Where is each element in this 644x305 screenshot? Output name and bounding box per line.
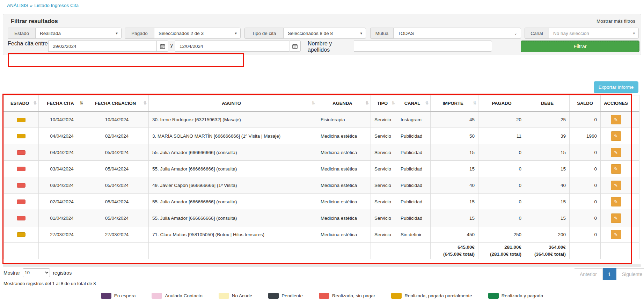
legend-item: Realizada, sin pagar: [319, 293, 375, 299]
column-header-pagado: PAGADO: [478, 95, 525, 111]
agenda-cell: Medicina estética: [317, 144, 371, 161]
agenda-cell: Medicina estética: [317, 128, 371, 144]
estado-filter-dropdown[interactable]: Realizada▾: [35, 28, 122, 39]
tipo-cell: Servicio: [371, 210, 397, 226]
edit-appointment-button[interactable]: ✎: [611, 115, 621, 124]
importe-cell: 15: [431, 144, 478, 161]
edit-appointment-button[interactable]: ✎: [611, 181, 621, 190]
caret-down-icon: ▾: [235, 31, 237, 36]
fecha-desde-calendar-addon[interactable]: [157, 41, 168, 52]
nombre-apellidos-input[interactable]: [354, 41, 492, 52]
fecha-hasta-input[interactable]: [175, 41, 289, 52]
column-header-asunto[interactable]: ASUNTO⇅: [149, 95, 317, 111]
asunto-cell: 71. Clara Matias [958105050] (Botox | Hi…: [149, 226, 317, 243]
asunto-cell: 3. MARÍA SOLANO MARTÍN [666666666] (1º V…: [149, 128, 317, 144]
importe-cell: 15: [431, 161, 478, 177]
next-page-button[interactable]: Siguiente: [616, 268, 644, 280]
canal-filter-label: Canal: [525, 28, 549, 39]
pagado-cell: 250: [478, 226, 525, 243]
pencil-icon: ✎: [614, 133, 618, 139]
importe-total-cell: 645.00€(645.00€ total): [431, 243, 478, 259]
edit-appointment-button[interactable]: ✎: [611, 131, 621, 141]
tipo-cita-filter-label: Tipo de cita: [244, 28, 283, 39]
previous-page-button[interactable]: Anterior: [574, 268, 603, 280]
canal-cell: Publicidad: [397, 144, 431, 161]
importe-cell: 50: [431, 128, 478, 144]
pencil-icon: ✎: [614, 117, 618, 122]
fecha-cita-filter-label: Fecha cita entre: [8, 41, 48, 52]
column-header-importe[interactable]: IMPORTE⇅: [431, 95, 478, 111]
edit-appointment-button[interactable]: ✎: [611, 230, 621, 239]
column-header-estado[interactable]: ESTADO⇅: [4, 95, 39, 111]
column-header-fecha-cita[interactable]: FECHA CITA⇅: [39, 95, 85, 111]
debe-cell: 25: [525, 111, 570, 128]
column-header-tipo[interactable]: TIPO⇅: [371, 95, 397, 111]
fecha-creacion-cell: 05/04/2024: [85, 177, 149, 194]
horizontal-scrollbar[interactable]: [3, 264, 641, 267]
status-pill: [17, 183, 25, 188]
table-row: 10/04/2024 10/04/2024 30. Irene Rodrigue…: [4, 111, 639, 128]
breadcrumb: ANÁLISIS»Listado Ingresos Cita: [7, 3, 79, 8]
debe-cell: 15: [525, 144, 570, 161]
agenda-cell: Medicina estética: [317, 210, 371, 226]
legend-color-swatch: [391, 293, 402, 299]
pagado-filter-label: Pagado: [125, 28, 154, 39]
breadcrumb-page-link[interactable]: Listado Ingresos Cita: [34, 3, 79, 8]
show-more-filters-link[interactable]: Mostrar más filtros: [597, 19, 635, 24]
fecha-cita-cell: 27/03/2024: [39, 226, 85, 243]
edit-appointment-button[interactable]: ✎: [611, 164, 621, 174]
nombre-filter-label: Nombre y apellidos: [308, 41, 354, 52]
table-row: 04/04/2024 02/04/2024 3. MARÍA SOLANO MA…: [4, 128, 639, 144]
spacer-cell: [631, 194, 639, 210]
table-body: 10/04/2024 10/04/2024 30. Irene Rodrigue…: [4, 111, 639, 243]
edit-appointment-button[interactable]: ✎: [611, 213, 621, 223]
status-pill: [17, 232, 25, 237]
column-header-fecha-creacion[interactable]: FECHA CREACIÓN⇅: [85, 95, 149, 111]
status-pill: [17, 199, 25, 204]
pagado-cell: 11: [478, 128, 525, 144]
fecha-hasta-calendar-addon[interactable]: [289, 41, 301, 52]
column-header-canal[interactable]: CANAL⇅: [397, 95, 431, 111]
fecha-creacion-cell: 05/04/2024: [85, 161, 149, 177]
status-pill: [17, 118, 25, 122]
spacer-cell: [631, 226, 639, 243]
asunto-cell: 55. Julia Amador [666666666] (consulta): [149, 161, 317, 177]
fecha-cita-cell: 04/04/2024: [39, 128, 85, 144]
table-row: 03/04/2024 05/04/2024 49. Javier Capon […: [4, 177, 639, 194]
legend-color-swatch: [152, 293, 162, 299]
column-header-agenda[interactable]: AGENDA⇅: [317, 95, 371, 111]
exportar-informe-button[interactable]: Exportar Informe: [594, 81, 638, 93]
pagado-cell: 0: [478, 161, 525, 177]
agenda-cell: Medicina estética: [317, 177, 371, 194]
table-row: 03/04/2024 05/04/2024 55. Julia Amador […: [4, 161, 639, 177]
pagado-filter-dropdown[interactable]: Seleccionados 2 de 3▾: [154, 28, 241, 39]
edit-appointment-button[interactable]: ✎: [611, 197, 621, 206]
fecha-creacion-cell: 05/04/2024: [85, 144, 149, 161]
canal-filter-dropdown[interactable]: No hay selección▾: [549, 28, 639, 39]
fecha-creacion-cell: 05/04/2024: [85, 194, 149, 210]
status-pill: [17, 216, 25, 220]
saldo-cell: 0: [570, 161, 601, 177]
filter-panel-title: Filtrar resultados: [11, 18, 58, 24]
column-header-saldo: SALDO: [570, 95, 601, 111]
pencil-icon: ✎: [614, 150, 618, 155]
fecha-creacion-cell: 27/03/2024: [85, 226, 149, 243]
edit-appointment-button[interactable]: ✎: [611, 148, 621, 157]
listado-ingresos-cita-screen: ANÁLISIS»Listado Ingresos Cita Filtrar r…: [0, 0, 644, 305]
mutua-filter-select[interactable]: TODAS⌄: [393, 28, 521, 39]
page-1-button[interactable]: 1: [603, 268, 616, 280]
importe-cell: 15: [431, 194, 478, 210]
tipo-cita-filter-dropdown[interactable]: Seleccionados 8 de 8▾: [283, 28, 366, 39]
fecha-desde-input[interactable]: [48, 41, 157, 52]
pagado-total-cell: 281.00€(281.00€ total): [478, 243, 525, 259]
page-size-select[interactable]: 10: [23, 268, 50, 277]
agenda-cell: Medicina estética: [317, 226, 371, 243]
tipo-cell: Servicio: [371, 144, 397, 161]
filtrar-button[interactable]: Filtrar: [521, 41, 639, 52]
sort-icon: ⇅: [391, 101, 395, 106]
pagado-cell: 0: [478, 194, 525, 210]
legend-item-label: En espera: [114, 293, 136, 298]
breadcrumb-section-link[interactable]: ANÁLISIS: [7, 3, 28, 8]
tipo-cell: Servicio: [371, 194, 397, 210]
pencil-icon: ✎: [614, 232, 618, 237]
